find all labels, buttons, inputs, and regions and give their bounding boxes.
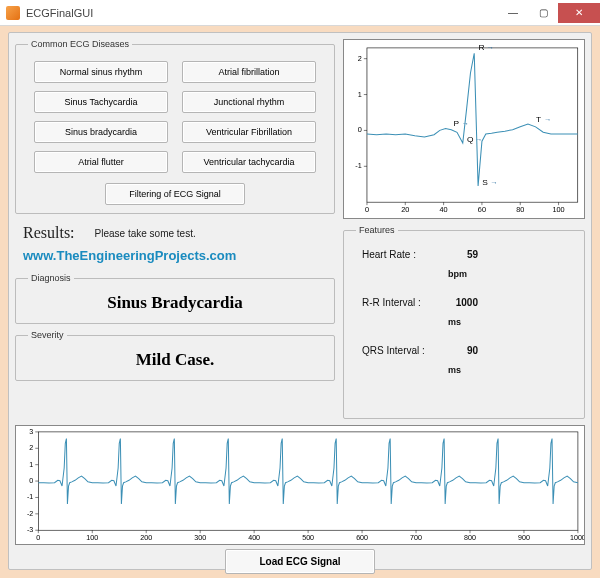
main-panel: Common ECG Diseases Normal sinus rhythm … <box>8 32 592 570</box>
website-link[interactable]: www.TheEngineeringProjects.com <box>15 248 335 267</box>
feature-value: 1000 <box>442 297 478 308</box>
feature-unit: ms <box>448 365 478 375</box>
svg-text:→: → <box>544 116 551 124</box>
filter-ecg-button[interactable]: Filtering of ECG Signal <box>105 183 245 205</box>
feature-label: QRS Interval : <box>362 345 442 356</box>
disease-button-atrial-fibrillation[interactable]: Atrial fibrillation <box>182 61 316 83</box>
window-minimize-button[interactable]: — <box>498 3 528 23</box>
svg-text:0: 0 <box>29 477 33 484</box>
disease-button-sinus-tachycardia[interactable]: Sinus Tachycardia <box>34 91 168 113</box>
svg-text:3: 3 <box>29 428 33 435</box>
feature-unit: bpm <box>448 269 478 279</box>
svg-rect-0 <box>367 48 578 202</box>
svg-text:→: → <box>487 44 494 52</box>
window-maximize-button[interactable]: ▢ <box>528 3 558 23</box>
svg-text:0: 0 <box>36 534 40 541</box>
svg-text:500: 500 <box>302 534 314 541</box>
svg-text:2: 2 <box>29 444 33 451</box>
diseases-legend: Common ECG Diseases <box>28 39 132 49</box>
disease-button-junctional-rhythm[interactable]: Junctional rhythm <box>182 91 316 113</box>
results-label: Results: <box>23 224 75 242</box>
feature-unit: ms <box>448 317 478 327</box>
svg-text:1: 1 <box>29 461 33 468</box>
window-title: ECGFinalGUI <box>26 7 498 19</box>
diagnosis-group: Diagnosis Sinus Bradycardia <box>15 273 335 324</box>
window-close-button[interactable]: ✕ <box>558 3 600 23</box>
app-icon <box>6 6 20 20</box>
feature-row-qrs-interval: QRS Interval : 90 ms <box>362 345 566 375</box>
client-area: Common ECG Diseases Normal sinus rhythm … <box>0 26 600 578</box>
disease-button-atrial-flutter[interactable]: Atrial flutter <box>34 151 168 173</box>
feature-value: 59 <box>442 249 478 260</box>
svg-text:S: S <box>482 178 488 187</box>
svg-text:P: P <box>454 119 460 128</box>
svg-text:R: R <box>478 44 484 53</box>
svg-text:→: → <box>491 179 498 187</box>
disease-button-ventricular-fibrillation[interactable]: Ventricular Fibrillation <box>182 121 316 143</box>
svg-text:1: 1 <box>358 91 362 99</box>
features-legend: Features <box>356 225 398 235</box>
feature-row-heart-rate: Heart Rate : 59 bpm <box>362 249 566 279</box>
feature-label: Heart Rate : <box>362 249 442 260</box>
features-group: Features Heart Rate : 59 bpm R-R Interva… <box>343 225 585 419</box>
disease-button-ventricular-tachycardia[interactable]: Ventricular tachycardia <box>182 151 316 173</box>
full-ecg-plot: 01002003004005006007008009001000-3-2-101… <box>15 425 585 545</box>
feature-row-rr-interval: R-R Interval : 1000 ms <box>362 297 566 327</box>
svg-text:80: 80 <box>516 206 524 214</box>
svg-text:→: → <box>475 136 482 144</box>
svg-text:0: 0 <box>365 206 369 214</box>
load-ecg-button[interactable]: Load ECG Signal <box>225 549 375 574</box>
svg-text:-2: -2 <box>27 510 33 517</box>
svg-text:20: 20 <box>401 206 409 214</box>
svg-text:300: 300 <box>194 534 206 541</box>
results-message: Please take some test. <box>95 228 196 239</box>
svg-text:0: 0 <box>358 127 362 135</box>
svg-text:700: 700 <box>410 534 422 541</box>
svg-text:60: 60 <box>478 206 486 214</box>
svg-text:400: 400 <box>248 534 260 541</box>
disease-button-sinus-bradycardia[interactable]: Sinus bradycardia <box>34 121 168 143</box>
svg-text:600: 600 <box>356 534 368 541</box>
single-beat-plot: 020406080100-1012P→Q→R→S→T→ <box>343 39 585 219</box>
feature-label: R-R Interval : <box>362 297 442 308</box>
diagnosis-value: Sinus Bradycardia <box>24 291 326 315</box>
svg-text:100: 100 <box>86 534 98 541</box>
feature-value: 90 <box>442 345 478 356</box>
window-titlebar: ECGFinalGUI — ▢ ✕ <box>0 0 600 26</box>
svg-text:-1: -1 <box>355 162 362 170</box>
svg-text:Q: Q <box>467 135 473 144</box>
svg-text:200: 200 <box>140 534 152 541</box>
severity-value: Mild Case. <box>24 348 326 372</box>
disease-button-normal-sinus[interactable]: Normal sinus rhythm <box>34 61 168 83</box>
svg-text:900: 900 <box>518 534 530 541</box>
diagnosis-legend: Diagnosis <box>28 273 74 283</box>
severity-group: Severity Mild Case. <box>15 330 335 381</box>
severity-legend: Severity <box>28 330 67 340</box>
svg-text:2: 2 <box>358 55 362 63</box>
svg-text:40: 40 <box>440 206 448 214</box>
svg-text:→: → <box>462 120 469 128</box>
svg-text:T: T <box>536 115 541 124</box>
svg-text:100: 100 <box>552 206 564 214</box>
diseases-group: Common ECG Diseases Normal sinus rhythm … <box>15 39 335 214</box>
svg-text:800: 800 <box>464 534 476 541</box>
svg-text:1000: 1000 <box>570 534 584 541</box>
svg-text:-1: -1 <box>27 494 33 501</box>
svg-text:-3: -3 <box>27 526 33 533</box>
